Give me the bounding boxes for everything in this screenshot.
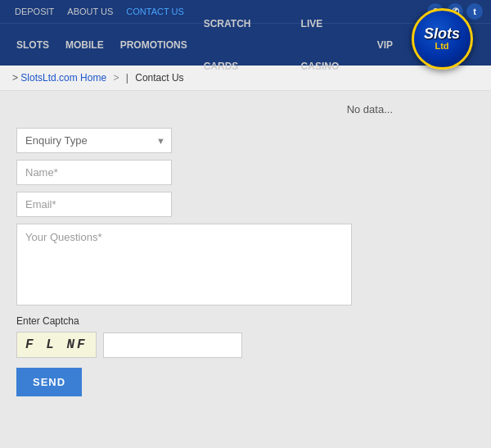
email-input[interactable] xyxy=(16,192,172,217)
breadcrumb-arrow: > xyxy=(12,72,18,84)
nav-promotions[interactable]: PROMOTIONS xyxy=(112,24,196,66)
contact-form: Enquiry Type ▼ Enter Captcha F L NF SEND xyxy=(16,128,360,396)
breadcrumb-pipe: | xyxy=(126,72,128,84)
captcha-input[interactable] xyxy=(103,333,242,358)
breadcrumb-home-link[interactable]: SlotsLtd.com Home xyxy=(20,72,106,84)
main-nav: SLOTS MOBILE PROMOTIONS SCRATCH CARDS LI… xyxy=(0,23,491,66)
nav-vip[interactable]: VIP xyxy=(369,24,401,66)
questions-textarea[interactable] xyxy=(16,224,352,305)
logo-ltd-text: Ltd xyxy=(424,41,460,51)
content-area: No data... Enquiry Type ▼ Enter Captcha … xyxy=(0,91,491,413)
captcha-image: F L NF xyxy=(16,332,97,358)
captcha-label: Enter Captcha xyxy=(16,315,360,327)
nav-slots[interactable]: SLOTS xyxy=(8,24,57,66)
nav-scratch-cards[interactable]: SCRATCH CARDS xyxy=(196,2,293,88)
breadcrumb-current: Contact Us xyxy=(135,72,183,84)
logo-slots-text: Slots xyxy=(424,26,460,41)
no-data-message: No data... xyxy=(16,103,475,115)
logo: Slots Ltd xyxy=(401,6,483,71)
nav-mobile[interactable]: MOBILE xyxy=(57,24,112,66)
enquiry-type-select[interactable]: Enquiry Type xyxy=(16,128,172,153)
enquiry-type-wrapper: Enquiry Type ▼ xyxy=(16,128,172,153)
send-button[interactable]: SEND xyxy=(16,368,82,396)
nav-live-casino[interactable]: LIVE CASINO xyxy=(293,2,369,88)
name-input[interactable] xyxy=(16,160,172,185)
breadcrumb-separator: > xyxy=(113,72,119,84)
captcha-row: F L NF xyxy=(16,332,360,358)
